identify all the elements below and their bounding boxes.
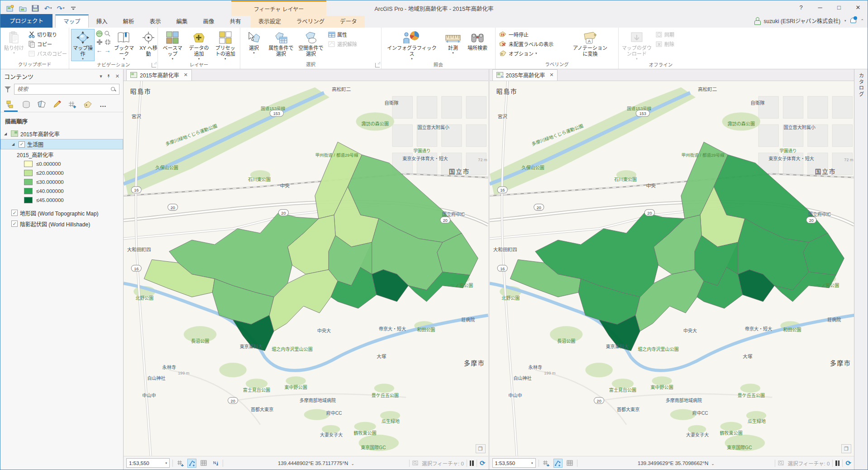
- tab-map[interactable]: マップ: [55, 14, 89, 28]
- catalog-pane-tab[interactable]: カタログ: [854, 69, 868, 470]
- explore-button[interactable]: マップ操作▾: [71, 29, 95, 61]
- list-by-snapping-tab[interactable]: [66, 98, 79, 112]
- tab-analysis[interactable]: 解析: [115, 15, 142, 28]
- previous-extent-button[interactable]: ←: [95, 46, 103, 54]
- close-tab-icon[interactable]: ✕: [184, 72, 188, 78]
- legend-swatch[interactable]: [24, 197, 33, 203]
- map-tab-2035[interactable]: 2035年高齢化率 ✕: [492, 69, 558, 81]
- legend-swatch[interactable]: [24, 188, 33, 194]
- more-view-tabs[interactable]: …: [96, 98, 110, 112]
- attributes-button[interactable]: 属性: [326, 30, 359, 38]
- refresh-icon[interactable]: ⟳: [480, 460, 486, 466]
- tab-edit[interactable]: 編集: [169, 15, 196, 28]
- clear-selection-button[interactable]: 選択解除: [326, 40, 359, 48]
- help-button[interactable]: ?: [792, 0, 811, 14]
- pause-labeling-button[interactable]: 一時停止: [497, 30, 570, 38]
- fixed-zoom-out-button[interactable]: [104, 38, 111, 46]
- map-overflow-button[interactable]: [476, 444, 486, 453]
- contextual-tab-group-header[interactable]: フィーチャ レイヤー: [231, 0, 326, 16]
- search-icon[interactable]: [110, 86, 116, 92]
- tab-view[interactable]: 表示: [142, 15, 169, 28]
- open-project-button[interactable]: [18, 4, 28, 13]
- group-layer-row[interactable]: ◢ ✓ 生活圏: [0, 139, 123, 149]
- list-by-drawing-order-tab[interactable]: [4, 98, 18, 112]
- map-canvas-2015[interactable]: 昭島市宮沢高松町二自衛隊国道153号線諏訪の森公園国立音大附属小学園通り東京女子…: [124, 81, 488, 456]
- map-layer-row[interactable]: ◢ 2015年高齢化率: [0, 128, 123, 139]
- navigation-dialog-launcher[interactable]: [152, 63, 156, 67]
- bookmarks-button[interactable]: ブックマーク▾: [112, 29, 136, 61]
- save-project-button[interactable]: [30, 4, 40, 13]
- convert-to-annotation-button[interactable]: A アノテーションに変換: [571, 29, 610, 58]
- expand-caret-icon[interactable]: ◢: [12, 142, 16, 146]
- tab-insert[interactable]: 挿入: [89, 15, 115, 28]
- collapse-ribbon-icon[interactable]: ⌃: [860, 19, 864, 23]
- pane-close-icon[interactable]: ✕: [115, 73, 119, 79]
- undo-button[interactable]: ↶▾: [43, 4, 53, 13]
- legend-class-row[interactable]: ≤30.000000: [0, 177, 123, 187]
- grid-icon[interactable]: [199, 459, 208, 468]
- locate-button[interactable]: 場所検索: [466, 29, 489, 52]
- full-extent-button[interactable]: [95, 30, 103, 38]
- list-by-visibility-tab[interactable]: [35, 98, 48, 112]
- signed-in-user[interactable]: suzuki (ESRIジャパン株式会社): [764, 17, 840, 24]
- basemap-button[interactable]: ベースマップ▾: [160, 29, 185, 61]
- legend-swatch[interactable]: [24, 170, 33, 176]
- paste-button[interactable]: 貼り付け▾: [2, 29, 26, 55]
- refresh-icon[interactable]: ⟳: [845, 460, 851, 466]
- grid-icon[interactable]: [565, 459, 574, 468]
- filter-icon[interactable]: [4, 86, 11, 93]
- search-input[interactable]: [17, 86, 110, 92]
- show-unplaced-labels-button[interactable]: 未配置ラベルの表示: [497, 40, 570, 48]
- legend-class-row[interactable]: ≤45.000000: [0, 196, 123, 205]
- basemap-layer-row[interactable]: ✓ 地形図 (World Topographic Map): [0, 207, 123, 218]
- maximize-button[interactable]: □: [830, 0, 849, 14]
- list-by-editing-tab[interactable]: [50, 98, 64, 112]
- zoom-to-selection-button[interactable]: [104, 30, 111, 38]
- snapping-toggle-icon[interactable]: [553, 459, 563, 468]
- pause-drawing-button[interactable]: [470, 460, 474, 466]
- map-tab-2015[interactable]: 2015年高齢化率 ✕: [126, 69, 192, 81]
- legend-class-row[interactable]: ≤0.000000: [0, 159, 123, 168]
- add-preset-button[interactable]: プリセットの追加▾: [213, 29, 238, 61]
- user-menu-chevron-icon[interactable]: ▾: [844, 19, 846, 23]
- redo-button[interactable]: ↷▾: [56, 4, 66, 13]
- new-feature-grid-icon[interactable]: [542, 459, 551, 468]
- close-tab-icon[interactable]: ✕: [549, 72, 553, 78]
- select-by-location-button[interactable]: 空間条件で選択: [296, 29, 325, 58]
- labeling-options-button[interactable]: オプション▾: [497, 49, 570, 58]
- add-data-button[interactable]: データの追加▾: [186, 29, 211, 61]
- selection-dialog-launcher[interactable]: [375, 63, 380, 67]
- notifications-icon[interactable]: [849, 17, 857, 24]
- select-by-attributes-button[interactable]: 属性条件で選択: [267, 29, 296, 58]
- layer-visibility-checkbox[interactable]: ✓: [11, 221, 18, 227]
- expand-caret-icon[interactable]: ◢: [4, 132, 9, 136]
- next-extent-button[interactable]: →: [104, 46, 111, 54]
- pane-menu-chevron-icon[interactable]: ▾: [100, 73, 102, 79]
- legend-swatch[interactable]: [24, 179, 33, 185]
- tab-data[interactable]: データ: [332, 15, 365, 28]
- scale-input[interactable]: 1:53,550▾: [126, 458, 170, 468]
- tab-share[interactable]: 共有: [222, 15, 249, 28]
- sync-button[interactable]: 同期: [654, 30, 676, 38]
- pause-drawing-button[interactable]: [835, 460, 839, 466]
- scale-input[interactable]: 1:53,550▾: [492, 458, 536, 468]
- map-overflow-button[interactable]: [841, 444, 851, 453]
- legend-class-row[interactable]: ≤20.000000: [0, 168, 123, 177]
- new-feature-grid-icon[interactable]: [176, 459, 185, 468]
- download-map-button[interactable]: マップのダウンロード▾: [620, 29, 653, 61]
- new-project-button[interactable]: [5, 4, 15, 13]
- legend-class-row[interactable]: ≤40.000000: [0, 187, 123, 196]
- legend-swatch[interactable]: [24, 161, 33, 167]
- layer-visibility-checkbox[interactable]: ✓: [11, 210, 18, 216]
- list-by-labeling-tab[interactable]: [81, 98, 95, 112]
- coordinates-readout[interactable]: 139.4448902°E 35.7117775°N⌄: [226, 460, 406, 466]
- copy-button[interactable]: コピー: [27, 40, 69, 48]
- layer-visibility-checkbox[interactable]: ✓: [19, 141, 25, 148]
- tab-labeling[interactable]: ラベリング: [289, 15, 333, 28]
- map-canvas-2035[interactable]: 昭島市宮沢高松町二自衛隊国道153号線諏訪の森公園国立音大附属小学園通り東京女子…: [490, 81, 854, 456]
- remove-download-button[interactable]: 削除: [654, 40, 676, 48]
- measure-button[interactable]: 計測▾: [441, 29, 465, 55]
- coordinates-readout[interactable]: 139.3499629°E 35.7098662°N⌄: [580, 460, 773, 466]
- customize-qat-button[interactable]: [68, 4, 78, 13]
- tab-project[interactable]: プロジェクト: [0, 14, 52, 28]
